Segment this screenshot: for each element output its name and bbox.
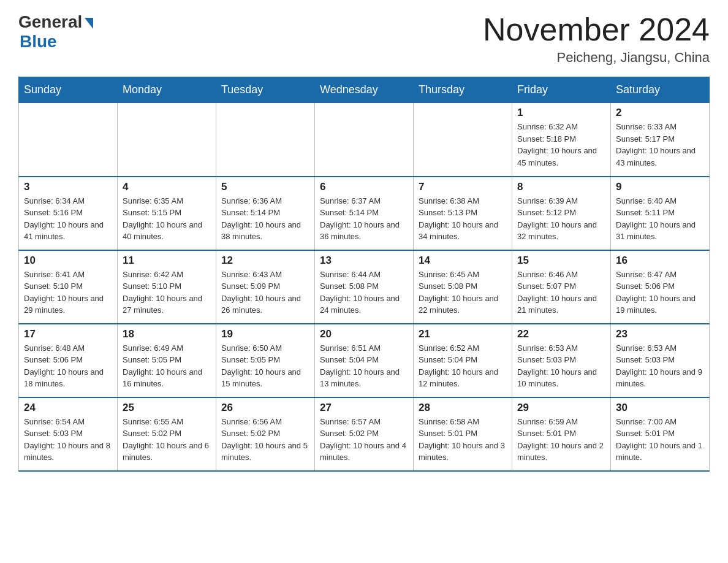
calendar-cell: 17Sunrise: 6:48 AM Sunset: 5:06 PM Dayli… [19, 324, 118, 397]
calendar-cell: 19Sunrise: 6:50 AM Sunset: 5:05 PM Dayli… [216, 324, 315, 397]
day-info: Sunrise: 6:49 AM Sunset: 5:05 PM Dayligh… [123, 342, 211, 390]
day-number: 8 [517, 181, 605, 193]
calendar-cell [414, 103, 512, 177]
day-number: 5 [221, 181, 309, 193]
weekday-header-thursday: Thursday [414, 77, 512, 103]
calendar-cell: 4Sunrise: 6:35 AM Sunset: 5:15 PM Daylig… [118, 177, 216, 250]
calendar-cell: 21Sunrise: 6:52 AM Sunset: 5:04 PM Dayli… [414, 324, 512, 397]
day-info: Sunrise: 6:54 AM Sunset: 5:03 PM Dayligh… [24, 416, 112, 464]
day-number: 9 [616, 181, 704, 193]
day-info: Sunrise: 6:39 AM Sunset: 5:12 PM Dayligh… [517, 195, 605, 243]
day-number: 14 [419, 255, 507, 267]
day-number: 17 [24, 328, 112, 340]
title-block: November 2024 Peicheng, Jiangsu, China [483, 12, 710, 66]
calendar-week-1: 3Sunrise: 6:34 AM Sunset: 5:16 PM Daylig… [19, 177, 710, 250]
day-info: Sunrise: 7:00 AM Sunset: 5:01 PM Dayligh… [616, 416, 704, 464]
day-info: Sunrise: 6:48 AM Sunset: 5:06 PM Dayligh… [24, 342, 112, 390]
calendar-cell: 13Sunrise: 6:44 AM Sunset: 5:08 PM Dayli… [315, 250, 414, 324]
day-number: 2 [616, 107, 704, 119]
day-info: Sunrise: 6:58 AM Sunset: 5:01 PM Dayligh… [419, 416, 507, 464]
calendar-cell [19, 103, 118, 177]
day-info: Sunrise: 6:52 AM Sunset: 5:04 PM Dayligh… [419, 342, 507, 390]
logo-general-text: General [18, 12, 82, 32]
calendar-cell: 20Sunrise: 6:51 AM Sunset: 5:04 PM Dayli… [315, 324, 414, 397]
calendar-cell: 25Sunrise: 6:55 AM Sunset: 5:02 PM Dayli… [118, 397, 216, 471]
page-header: General Blue November 2024 Peicheng, Jia… [18, 12, 710, 66]
logo-blue-text: Blue [20, 32, 57, 52]
calendar-cell: 7Sunrise: 6:38 AM Sunset: 5:13 PM Daylig… [414, 177, 512, 250]
day-info: Sunrise: 6:57 AM Sunset: 5:02 PM Dayligh… [320, 416, 408, 464]
calendar-week-2: 10Sunrise: 6:41 AM Sunset: 5:10 PM Dayli… [19, 250, 710, 324]
day-info: Sunrise: 6:42 AM Sunset: 5:10 PM Dayligh… [123, 269, 211, 316]
calendar-cell: 12Sunrise: 6:43 AM Sunset: 5:09 PM Dayli… [216, 250, 315, 324]
calendar-week-3: 17Sunrise: 6:48 AM Sunset: 5:06 PM Dayli… [19, 324, 710, 397]
month-year-title: November 2024 [483, 12, 710, 47]
day-number: 1 [517, 107, 605, 119]
day-number: 29 [517, 402, 605, 414]
calendar-cell: 9Sunrise: 6:40 AM Sunset: 5:11 PM Daylig… [611, 177, 710, 250]
day-info: Sunrise: 6:41 AM Sunset: 5:10 PM Dayligh… [24, 269, 112, 316]
day-number: 28 [419, 402, 507, 414]
day-info: Sunrise: 6:59 AM Sunset: 5:01 PM Dayligh… [517, 416, 605, 464]
day-info: Sunrise: 6:35 AM Sunset: 5:15 PM Dayligh… [123, 195, 211, 243]
calendar-cell: 14Sunrise: 6:45 AM Sunset: 5:08 PM Dayli… [414, 250, 512, 324]
day-info: Sunrise: 6:53 AM Sunset: 5:03 PM Dayligh… [517, 342, 605, 390]
calendar-cell: 11Sunrise: 6:42 AM Sunset: 5:10 PM Dayli… [118, 250, 216, 324]
weekday-header-monday: Monday [118, 77, 216, 103]
calendar-cell: 15Sunrise: 6:46 AM Sunset: 5:07 PM Dayli… [512, 250, 611, 324]
calendar-cell: 26Sunrise: 6:56 AM Sunset: 5:02 PM Dayli… [216, 397, 315, 471]
day-number: 16 [616, 255, 704, 267]
logo-arrow-icon [85, 18, 93, 29]
calendar-cell: 5Sunrise: 6:36 AM Sunset: 5:14 PM Daylig… [216, 177, 315, 250]
calendar-cell: 18Sunrise: 6:49 AM Sunset: 5:05 PM Dayli… [118, 324, 216, 397]
day-info: Sunrise: 6:34 AM Sunset: 5:16 PM Dayligh… [24, 195, 112, 243]
day-info: Sunrise: 6:53 AM Sunset: 5:03 PM Dayligh… [616, 342, 704, 390]
day-info: Sunrise: 6:55 AM Sunset: 5:02 PM Dayligh… [123, 416, 211, 464]
calendar-cell: 27Sunrise: 6:57 AM Sunset: 5:02 PM Dayli… [315, 397, 414, 471]
weekday-header-row: SundayMondayTuesdayWednesdayThursdayFrid… [19, 77, 710, 103]
day-number: 10 [24, 255, 112, 267]
calendar-cell [118, 103, 216, 177]
day-info: Sunrise: 6:33 AM Sunset: 5:17 PM Dayligh… [616, 121, 704, 169]
day-info: Sunrise: 6:36 AM Sunset: 5:14 PM Dayligh… [221, 195, 309, 243]
logo-top: General [18, 12, 93, 32]
day-number: 25 [123, 402, 211, 414]
day-number: 15 [517, 255, 605, 267]
day-number: 26 [221, 402, 309, 414]
day-number: 13 [320, 255, 408, 267]
day-info: Sunrise: 6:32 AM Sunset: 5:18 PM Dayligh… [517, 121, 605, 169]
calendar-cell: 1Sunrise: 6:32 AM Sunset: 5:18 PM Daylig… [512, 103, 611, 177]
calendar-cell: 8Sunrise: 6:39 AM Sunset: 5:12 PM Daylig… [512, 177, 611, 250]
calendar-cell: 10Sunrise: 6:41 AM Sunset: 5:10 PM Dayli… [19, 250, 118, 324]
day-number: 27 [320, 402, 408, 414]
day-info: Sunrise: 6:51 AM Sunset: 5:04 PM Dayligh… [320, 342, 408, 390]
day-info: Sunrise: 6:56 AM Sunset: 5:02 PM Dayligh… [221, 416, 309, 464]
weekday-header-saturday: Saturday [611, 77, 710, 103]
calendar-cell: 28Sunrise: 6:58 AM Sunset: 5:01 PM Dayli… [414, 397, 512, 471]
day-number: 11 [123, 255, 211, 267]
day-number: 3 [24, 181, 112, 193]
weekday-header-friday: Friday [512, 77, 611, 103]
calendar-cell: 23Sunrise: 6:53 AM Sunset: 5:03 PM Dayli… [611, 324, 710, 397]
calendar-week-0: 1Sunrise: 6:32 AM Sunset: 5:18 PM Daylig… [19, 103, 710, 177]
calendar-week-4: 24Sunrise: 6:54 AM Sunset: 5:03 PM Dayli… [19, 397, 710, 471]
day-number: 4 [123, 181, 211, 193]
day-info: Sunrise: 6:37 AM Sunset: 5:14 PM Dayligh… [320, 195, 408, 243]
day-number: 22 [517, 328, 605, 340]
calendar-cell: 29Sunrise: 6:59 AM Sunset: 5:01 PM Dayli… [512, 397, 611, 471]
day-number: 21 [419, 328, 507, 340]
location-text: Peicheng, Jiangsu, China [483, 50, 710, 66]
calendar-cell [216, 103, 315, 177]
weekday-header-tuesday: Tuesday [216, 77, 315, 103]
day-info: Sunrise: 6:45 AM Sunset: 5:08 PM Dayligh… [419, 269, 507, 316]
day-number: 18 [123, 328, 211, 340]
day-number: 23 [616, 328, 704, 340]
calendar-cell: 30Sunrise: 7:00 AM Sunset: 5:01 PM Dayli… [611, 397, 710, 471]
day-info: Sunrise: 6:46 AM Sunset: 5:07 PM Dayligh… [517, 269, 605, 316]
calendar-cell: 3Sunrise: 6:34 AM Sunset: 5:16 PM Daylig… [19, 177, 118, 250]
calendar-cell: 6Sunrise: 6:37 AM Sunset: 5:14 PM Daylig… [315, 177, 414, 250]
logo: General Blue [18, 12, 93, 52]
day-number: 24 [24, 402, 112, 414]
calendar-table: SundayMondayTuesdayWednesdayThursdayFrid… [18, 77, 710, 472]
day-info: Sunrise: 6:38 AM Sunset: 5:13 PM Dayligh… [419, 195, 507, 243]
